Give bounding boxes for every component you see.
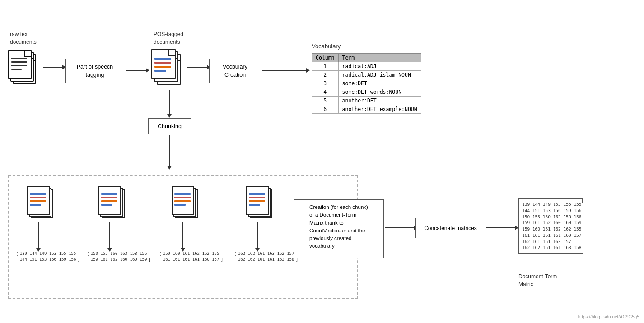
arrow-chunk1-down [38, 222, 39, 249]
chunk-doc-1 [27, 186, 54, 218]
arrow-raw-to-pos [43, 67, 63, 68]
arrow-pos-to-docs [126, 70, 147, 71]
final-matrix: 139 144 149 153 155 155144 151 153 156 1… [518, 198, 583, 254]
arrow-chunk3-down [182, 222, 183, 249]
vocab-creation-box: Vocbulary Creation [209, 59, 261, 83]
arrow-pos-to-chunking [169, 90, 170, 115]
pos-tagging-box: Part of speech tagging [65, 59, 124, 83]
chunk-doc-3 [172, 186, 199, 218]
vocabulary-label: Vocabulary [312, 43, 352, 51]
pos-tagged-label: POS-tagged documents [154, 31, 194, 46]
matrix-4: [ 162 162 161 163 162 157 162 162 161 16… [234, 250, 298, 262]
raw-text-doc-stack [8, 50, 40, 86]
chunking-box: Chunking [148, 118, 191, 134]
arrow-creation-to-concat [385, 227, 415, 228]
arrow-docs-to-vocab [187, 67, 208, 68]
pos-tagged-doc-stack [151, 49, 185, 87]
concat-box: Concatenate matrices [415, 218, 485, 238]
chunk-doc-4 [246, 186, 273, 218]
creation-box: Creation (for each chunk) of a Document-… [294, 199, 384, 258]
matrix-1: [ 139 144 149 153 155 155 144 151 153 15… [16, 250, 80, 262]
chunk-doc-2 [98, 186, 126, 218]
arrow-chunk2-down [109, 222, 110, 249]
matrix-3: [ 159 160 161 162 162 155 161 161 161 16… [159, 250, 223, 262]
matrix-2: [ 150 155 160 163 158 156 159 161 162 16… [87, 250, 151, 262]
vocabulary-table: Column Term 1radical:ADJ2radical:ADJ isl… [312, 53, 421, 114]
doc-term-label: Document-Term Matrix [518, 271, 609, 288]
arrow-concat-to-final [486, 227, 516, 228]
arrow-chunk4-down [257, 222, 258, 249]
raw-text-label: raw text documents [10, 31, 37, 46]
arrow-vocab-to-table [262, 70, 307, 71]
url-label: https://blog.csdn.net/AC9G5g5 [578, 314, 639, 319]
arrow-chunking-down [169, 135, 170, 167]
